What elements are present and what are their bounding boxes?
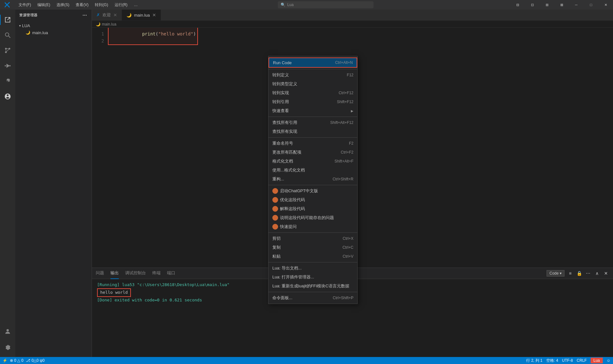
activity-account[interactable] (0, 324, 15, 339)
folder-lua[interactable]: ▾ LUA (15, 22, 92, 29)
menu-rename-shortcut: F2 (349, 141, 353, 146)
menu-copy[interactable]: 复制 Ctrl+C (269, 243, 357, 252)
menu-sep-1 (269, 69, 357, 69)
menu-file[interactable]: 文件(F) (15, 0, 34, 10)
menu-paste-label: 粘贴 (272, 254, 343, 259)
activity-explorer[interactable] (0, 12, 15, 27)
output-highlight-box: hello world (97, 288, 131, 297)
menu-lua-ffi[interactable]: Lua: 重新生成luajit的FFI模块C语言元数据 (269, 282, 357, 291)
panel-tab-terminal-label: 终端 (152, 270, 161, 276)
status-position[interactable]: 行 2, 列 1 (526, 358, 542, 363)
menu-optimize[interactable]: 优化这段代码 (269, 195, 357, 204)
position-text: 行 2, 列 1 (526, 358, 542, 363)
menu-refactor[interactable]: 重构... Ctrl+Shift+R (269, 175, 357, 184)
maximize-button[interactable]: □ (584, 0, 598, 10)
menu-goto-impl[interactable]: 转到实现 Ctrl+F12 (269, 88, 357, 97)
menu-quick-peek[interactable]: 快速查看 ▶ (269, 106, 357, 115)
search-box[interactable]: 🔍 Lua (278, 1, 374, 8)
tab-main-lua-close[interactable]: ✕ (152, 12, 156, 18)
editor-scrollbar[interactable] (609, 28, 613, 268)
new-file-icon[interactable]: ⋯ (82, 12, 88, 19)
title-search-area: 🔍 Lua (141, 1, 510, 8)
menu-goto-ref-label: 转到引用 (272, 99, 337, 105)
panel-collapse-icon[interactable]: ∧ (594, 270, 600, 277)
menu-lua-plugin[interactable]: Lua: 打开插件管理器... (269, 273, 357, 282)
panel-lock-icon[interactable]: 🔒 (576, 270, 582, 277)
layout-toggle-1[interactable]: ⊟ (510, 0, 525, 10)
layout-toggle-2[interactable]: ⊡ (525, 0, 540, 10)
activity-extensions[interactable] (0, 73, 15, 89)
panel-filter-icon[interactable]: ≡ (567, 270, 573, 277)
status-language[interactable]: Lua (591, 358, 603, 363)
panel-tab-terminal[interactable]: 终端 (152, 268, 161, 279)
menu-command-palette[interactable]: 命令面板... Ctrl+Shift+P (269, 293, 357, 302)
breadcrumb-icon: 🌙 (96, 22, 101, 27)
status-line-ending[interactable]: CRLF (577, 358, 587, 363)
breadcrumb: 🌙 main.lua (92, 21, 613, 28)
menu-run[interactable]: 运行(R) (111, 0, 131, 10)
menu-command-palette-shortcut: Ctrl+Shift+P (333, 296, 353, 300)
menu-goto-ref[interactable]: 转到引用 Shift+F12 (269, 97, 357, 106)
code-highlight-box: print("hello world") (108, 28, 198, 45)
menu-rename[interactable]: 重命名符号 F2 (269, 139, 357, 148)
menu-issues[interactable]: 说明这段代码可能存在的问题 (269, 213, 357, 222)
panel-tab-debug[interactable]: 调试控制台 (125, 268, 146, 279)
panel-close-icon[interactable]: ✕ (603, 270, 609, 277)
menu-quick-ask[interactable]: 快速提问 (269, 222, 357, 231)
menu-sep-4 (269, 185, 357, 185)
menu-change-all[interactable]: 更改所有匹配项 Ctrl+F2 (269, 148, 357, 157)
file-name: main.lua (32, 30, 48, 35)
search-text: Lua (287, 3, 294, 7)
tab-welcome[interactable]: ✗ 欢迎 ✕ (92, 10, 122, 20)
tab-main-lua[interactable]: 🌙 main.lua ✕ (122, 10, 161, 20)
status-remote[interactable]: ⚡ (3, 358, 7, 363)
menu-select[interactable]: 选择(S) (53, 0, 72, 10)
menu-sep-3 (269, 137, 357, 138)
menu-lua-plugin-label: Lua: 打开插件管理器... (272, 274, 353, 280)
file-main-lua[interactable]: 🌙 main.lua (15, 29, 92, 36)
activity-settings[interactable] (0, 339, 15, 354)
menu-format-with[interactable]: 使用...格式化文档 (269, 166, 357, 175)
menu-edit[interactable]: 编辑(E) (34, 0, 53, 10)
explain-icon (272, 206, 278, 212)
status-feedback[interactable]: ☺ (607, 358, 610, 363)
panel-tab-ports[interactable]: 端口 (167, 268, 175, 279)
menu-goto-def[interactable]: 转到定义 F12 (269, 71, 357, 80)
activity-ai[interactable] (0, 89, 15, 104)
menu-goto-type[interactable]: 转到类型定义 (269, 80, 357, 88)
layout-toggle-4[interactable]: ⊠ (554, 0, 569, 10)
activity-run-debug[interactable] (0, 58, 15, 73)
layout-toggle-3[interactable]: ⊞ (540, 0, 554, 10)
panel-tab-problems[interactable]: 问题 (96, 268, 104, 279)
menu-find-impls[interactable]: 查找所有实现 (269, 127, 357, 136)
status-git[interactable]: ⎇ 0△0 ψ0 (26, 358, 44, 363)
file-tree: ▾ LUA 🌙 main.lua (15, 21, 92, 357)
status-encoding[interactable]: UTF-8 (562, 358, 573, 363)
menu-cut[interactable]: 剪切 Ctrl+X (269, 234, 357, 243)
panel-dropdown[interactable]: Code ▾ (547, 270, 564, 277)
menu-paste[interactable]: 粘贴 Ctrl+V (269, 252, 357, 261)
menu-find-refs[interactable]: 查找所有引用 Shift+Alt+F12 (269, 118, 357, 127)
context-menu: Run Code Ctrl+Alt+N 转到定义 F12 转到类型定义 转到实现… (268, 56, 358, 304)
tab-welcome-close[interactable]: ✕ (113, 12, 117, 18)
menu-chatgpt[interactable]: 启动ChatGPT中文版 (269, 186, 357, 195)
menu-lua-export[interactable]: Lua: 导出文档... (269, 264, 357, 273)
menu-view[interactable]: 查看(V) (72, 0, 92, 10)
folder-arrow-icon: ▾ (19, 24, 21, 27)
close-button[interactable]: ✕ (598, 0, 613, 10)
menu-goto[interactable]: 转到(G) (92, 0, 111, 10)
panel-more-icon[interactable]: ⋯ (585, 270, 591, 277)
activity-source-control[interactable] (0, 43, 15, 58)
panel-tab-output[interactable]: 输出 (110, 268, 119, 279)
minimize-button[interactable]: ─ (569, 0, 584, 10)
activity-search[interactable] (0, 27, 15, 43)
menu-refactor-shortcut: Ctrl+Shift+R (333, 177, 353, 181)
menu-more[interactable]: … (131, 0, 141, 10)
menu-find-impls-label: 查找所有实现 (272, 129, 353, 134)
status-spaces[interactable]: 空格: 4 (546, 358, 558, 363)
menu-format-doc[interactable]: 格式化文档 Shift+Alt+F (269, 157, 357, 166)
status-errors[interactable]: ⊗ 0 △ 0 (10, 358, 23, 363)
menu-explain[interactable]: 解释这段代码 (269, 204, 357, 213)
menu-run-code[interactable]: Run Code Ctrl+Alt+N (269, 57, 357, 68)
menu-issues-label: 说明这段代码可能存在的问题 (280, 215, 334, 221)
